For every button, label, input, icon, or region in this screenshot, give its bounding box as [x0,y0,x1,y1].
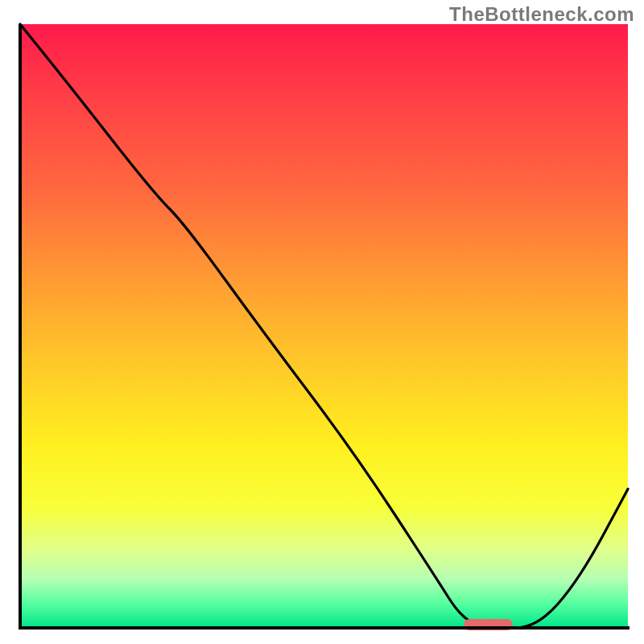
plot-area [20,24,628,628]
bottleneck-curve [20,24,628,628]
x-axis [19,626,630,630]
chart-container: TheBottleneck.com [0,0,644,644]
y-axis [19,24,22,630]
watermark-text: TheBottleneck.com [449,3,634,26]
